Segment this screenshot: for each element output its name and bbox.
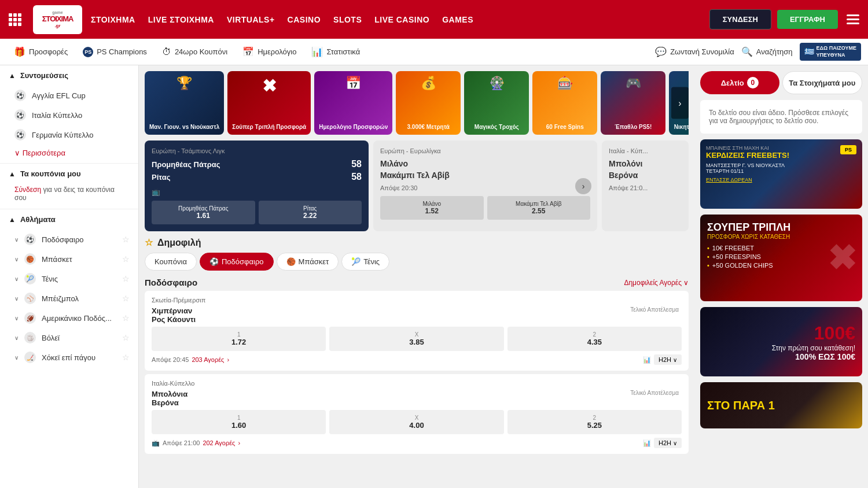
tab-basketball[interactable]: 🏀 Μπάσκετ <box>277 253 339 271</box>
sports-header[interactable]: ▲ Αθλήματα <box>0 209 138 230</box>
sidebar-sport-american-football[interactable]: ∨ 🏈 Αμερικάνικο Ποδός... ☆ <box>0 308 138 328</box>
live-chat-button[interactable]: 💬 Ζωντανή Συνομιλία <box>655 46 734 57</box>
odd-1-match2[interactable]: 1 1.60 <box>152 410 326 434</box>
tab-football[interactable]: ⚽ Ποδόσφαιρο <box>200 253 274 271</box>
odd-x-match1[interactable]: Χ 3.85 <box>329 327 503 351</box>
deltio-button[interactable]: Δελτίο 0 <box>700 71 779 94</box>
tab-kouponia[interactable]: Κουπόνια <box>145 253 197 271</box>
odd2-val2: 4.00 <box>409 421 424 430</box>
arrow-markets-2[interactable]: › <box>238 439 240 446</box>
statistika-nav-item[interactable]: 📊 Στατιστικά <box>304 43 367 60</box>
promo-card-ps-champions[interactable]: 🏆 Μαν. Γιουν. vs Νιούκαστλ <box>145 71 224 135</box>
banner1-cta[interactable]: ΕΝΤΑΣΣΕ ΔΩΡΕΑΝ <box>706 177 856 183</box>
arrow-markets-1[interactable]: › <box>227 356 229 363</box>
nav-games[interactable]: GAMES <box>442 15 473 24</box>
promo-banner-1[interactable]: PS ΜΠΑΙΝΕΙΣ ΣΤΗ ΜΑΧΗ ΚΑΙ ΚΕΡΔΙΖΕΙΣ FREEB… <box>700 139 862 209</box>
popular-markets-right[interactable]: Δημοφιλείς Αγορές ∨ <box>624 279 689 287</box>
volleyball-sport-icon: 🏐 <box>24 332 36 343</box>
bar-icon-1: 📊 <box>643 356 651 364</box>
sidebar-sport-tennis[interactable]: ∨ 🎾 Τένις ☆ <box>0 269 138 289</box>
sidebar-sport-beizbol[interactable]: ∨ ⚾ Μπέιζμπολ ☆ <box>0 289 138 308</box>
24h-nav-item[interactable]: ⏱ 24ωρο Κουπόνι <box>155 44 234 60</box>
right-sidebar: Δελτίο 0 Τα Στοιχήματά μου Το δελτίο σου… <box>694 65 868 488</box>
logo[interactable]: game ΣΤΟΙΧΙΜΑ .gr <box>33 5 82 34</box>
h2h-btn-1[interactable]: H2H ∨ <box>654 354 682 365</box>
my-bets-button[interactable]: Τα Στοιχήματά μου <box>782 71 863 94</box>
odd-2-match1[interactable]: 2 4.35 <box>507 327 682 351</box>
nav-live-casino[interactable]: LIVE CASINO <box>374 15 429 24</box>
game-time-3: Απόψε 21:0... <box>609 184 682 191</box>
search-button[interactable]: 🔍 Αναζήτηση <box>741 46 793 57</box>
live-game-card-3[interactable]: Ιταλία - Κύπ... Μπολόνι Βερόνα Απόψε 21:… <box>602 141 689 231</box>
sidebar-item-england[interactable]: ⚽ Αγγλία EFL Cup <box>0 86 138 105</box>
promo-cards-row: 🏆 Μαν. Γιουν. vs Νιούκαστλ ✖ Σούπερ Τριπ… <box>145 71 689 135</box>
odd-btn-1-1[interactable]: Προμηθέας Πάτρας 1.61 <box>152 201 255 224</box>
promo-card-icon4: 💰 <box>421 76 436 91</box>
bet-time-markets-1: Απόψε 20:45 203 Αγορές › <box>152 356 229 363</box>
odd-team-label-2: Ρίτας <box>303 205 317 212</box>
hamburger-menu[interactable] <box>844 12 862 27</box>
coupons-header[interactable]: ▲ Τα κουπόνια μου <box>0 164 138 184</box>
col1-label: 1 <box>237 331 241 338</box>
italia-label: Ιταλία Κύπελλο <box>32 111 82 120</box>
sidebar-sport-basketball[interactable]: ∨ 🏀 Μπάσκετ ☆ <box>0 249 138 269</box>
nav-slots[interactable]: SLOTS <box>333 15 362 24</box>
banner3-subtitle-text: Στην πρώτη σου κατάθεση! <box>772 344 855 352</box>
syntohefseis-header[interactable]: ▲ Συντομεύσεις <box>0 65 138 86</box>
chevron-down-icon3: ∨ <box>14 276 19 282</box>
nav-stoixima[interactable]: ΣΤΟΙΧΗΜΑ <box>91 15 135 24</box>
responsible-badge[interactable]: 🇬🇷 ΕΔΩ ΠΑΙΖΟΥΜΕ ΥΠΕΥΘΥΝΑ <box>800 43 861 61</box>
hmerologio-nav-item[interactable]: 📅 Ημερολόγιο <box>236 43 303 60</box>
nav-casino[interactable]: CASINO <box>288 15 321 24</box>
sidebar-item-italia[interactable]: ⚽ Ιταλία Κύπελλο <box>0 105 138 125</box>
odd3-val: 4.35 <box>587 338 602 346</box>
h2h-btn-2[interactable]: H2H ∨ <box>654 438 682 448</box>
more-icon: ∨ <box>14 149 20 157</box>
promo-banner-3[interactable]: 100€ Στην πρώτη σου κατάθεση! 100% ΕΩΣ 1… <box>700 307 862 376</box>
england-label: Αγγλία EFL Cup <box>32 91 86 100</box>
coupons-login-link[interactable]: Σύνδεση <box>14 186 41 194</box>
grid-menu-button[interactable] <box>6 10 24 29</box>
sidebar-sport-volleyball[interactable]: ∨ 🏐 Βόλεϊ ☆ <box>0 328 138 347</box>
logo-tagline: game <box>52 10 62 14</box>
tab-tennis[interactable]: 🎾 Τένις <box>341 253 389 271</box>
odd-btn-1-2[interactable]: Ρίτας 2.22 <box>259 201 362 224</box>
game2-nav-btn[interactable]: › <box>575 178 591 194</box>
sidebar-item-germania[interactable]: ⚽ Γερμανία Κύπελλο <box>0 125 138 145</box>
banner1-detail: ΜΑΝΤΣΕΣΤΕΡ Γ. VS ΝΙΟΥΚΑΣΤΛ ΤΕΤΑΡΤΗ 01/11 <box>706 162 856 174</box>
nav-virtuals[interactable]: VIRTUALS+ <box>227 15 275 24</box>
odd-2-match2[interactable]: 2 5.25 <box>507 410 682 434</box>
syndesi-button[interactable]: ΣΥΝΔΕΣΗ <box>709 9 771 29</box>
promo-card-label6: 60 Free Spins <box>546 124 584 130</box>
team2-match1: Ρος Κάουντι <box>152 315 630 324</box>
live-game-card-2[interactable]: Ευρώπη - Ευρωλίγκα Μιλάνο Μακάμπι Τελ Αβ… <box>373 141 597 231</box>
col2-label: Χ <box>415 331 419 338</box>
promo-card-free-spins[interactable]: 🎰 60 Free Spins <box>532 71 597 135</box>
odd-x-match2[interactable]: Χ 4.00 <box>329 410 503 434</box>
nav-live-stoixima[interactable]: LIVE ΣΤΟΙΧΗΜΑ <box>148 15 214 24</box>
live-game-card-1[interactable]: Ευρώπη - Τσάμπιονς Λιγκ Προμηθέας Πάτρας… <box>145 141 369 231</box>
promo-banner-2[interactable]: ✖ ΣΟΥΠΕΡ ΤΡΙΠΛΗ ΠΡΟΣΦΟΡΑ ΧΩΡΙΣ ΚΑΤΑΘΕΣΗ … <box>700 215 862 301</box>
promo-next-button[interactable]: › <box>671 87 689 119</box>
sidebar-sport-hockey[interactable]: ∨ 🏒 Χόκεϊ επί πάγου ☆ <box>0 347 138 367</box>
promo-card-epathlo[interactable]: 🎮 Έπαθλο PS5! <box>601 71 665 135</box>
col1-label2: 1 <box>237 415 241 421</box>
more-shortcuts[interactable]: ∨ Περισσότερα <box>0 145 138 163</box>
promo-card-magikos[interactable]: 🎡 Μαγικός Τροχός <box>464 71 529 135</box>
basketball-tab-icon: 🏀 <box>286 257 296 266</box>
score1-1: 58 <box>351 159 362 169</box>
bet-markets-1[interactable]: 203 Αγορές <box>192 356 224 363</box>
odd-1-match1[interactable]: 1 1.72 <box>152 327 326 351</box>
prosfores-nav-item[interactable]: 🎁 Προσφορές <box>7 43 75 60</box>
odd-btn-2-2[interactable]: Μακάμπι Τελ Αβίβ 2.55 <box>487 196 591 220</box>
ps-champions-nav-item[interactable]: PS PS Champions <box>76 44 154 60</box>
sidebar-sport-football[interactable]: ∨ ⚽ Ποδόσφαιρο ☆ <box>0 230 138 249</box>
odd-btn-2-1[interactable]: Μιλάνο 1.52 <box>380 196 484 220</box>
promo-card-souper-triph[interactable]: ✖ Σούπερ Τριπλή Προσφορά <box>227 71 311 135</box>
promo-banner-4[interactable]: ΣΤΟ ΠΑΡΑ 1 <box>700 382 862 428</box>
center-content: 🏆 Μαν. Γιουν. vs Νιούκαστλ ✖ Σούπερ Τριπ… <box>139 65 694 488</box>
bet-markets-2[interactable]: 202 Αγορές <box>203 439 235 446</box>
eggrafh-button[interactable]: ΕΓΓΡΑΦΗ <box>777 10 838 29</box>
promo-card-metrhta[interactable]: 💰 3.000€ Μετρητά <box>396 71 461 135</box>
promo-card-hmerologio[interactable]: 📅 Ημερολόγιο Προσφορών <box>314 71 392 135</box>
